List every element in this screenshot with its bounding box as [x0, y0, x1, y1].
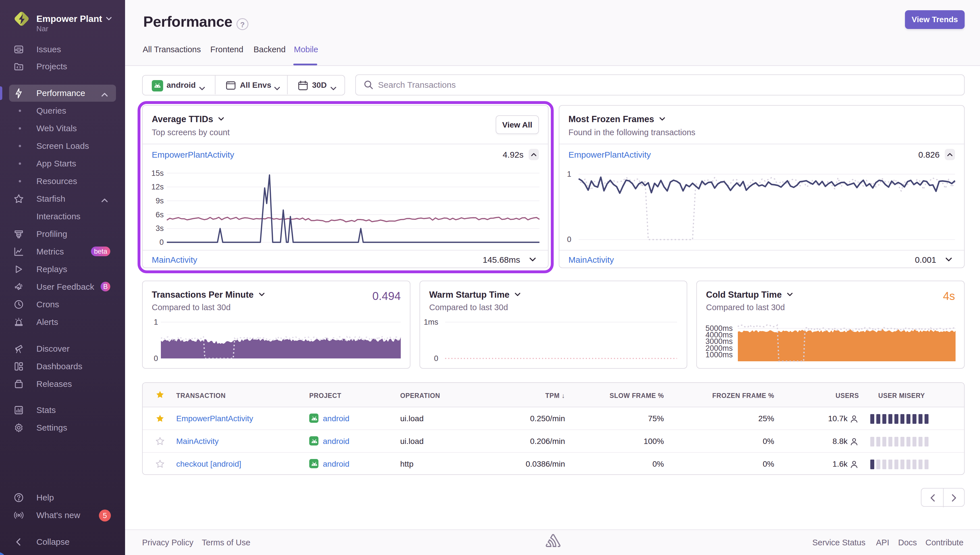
- svg-text:1: 1: [154, 318, 158, 326]
- svg-text:1: 1: [567, 170, 571, 178]
- svg-text:0: 0: [159, 238, 164, 247]
- svg-text:6s: 6s: [156, 210, 164, 219]
- svg-text:12s: 12s: [151, 183, 164, 191]
- svg-text:0: 0: [154, 354, 158, 363]
- svg-text:0: 0: [434, 354, 438, 363]
- svg-text:15s: 15s: [151, 169, 164, 178]
- svg-text:3s: 3s: [156, 224, 164, 233]
- svg-text:1000ms: 1000ms: [705, 351, 733, 359]
- svg-text:1ms: 1ms: [424, 318, 438, 326]
- svg-text:0: 0: [567, 235, 571, 244]
- svg-text:9s: 9s: [156, 197, 164, 205]
